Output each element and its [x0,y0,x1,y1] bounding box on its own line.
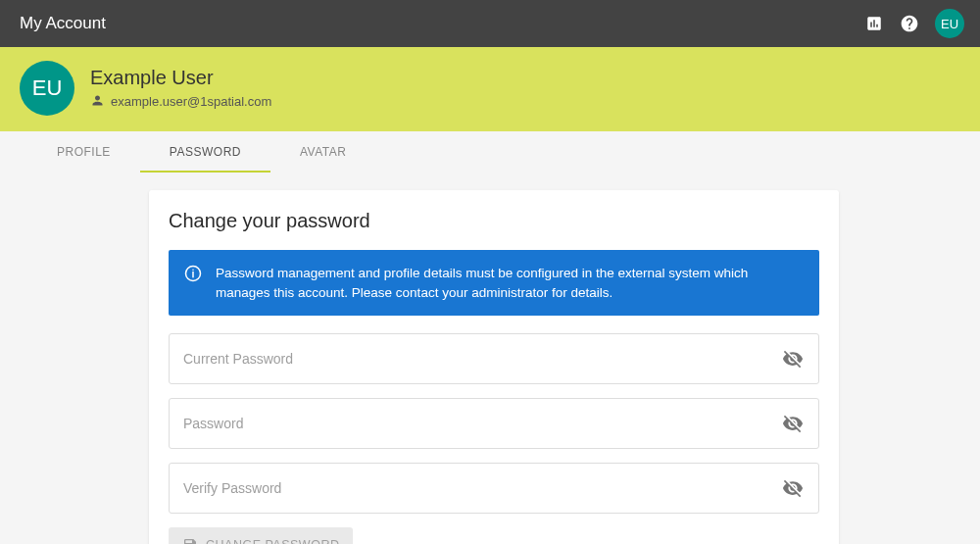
visibility-off-icon[interactable] [781,412,805,435]
user-info: Example User example.user@1spatial.com [90,67,271,111]
password-input[interactable] [183,416,781,431]
topbar-avatar[interactable]: EU [935,9,964,38]
current-password-input[interactable] [183,351,781,367]
change-password-button[interactable]: CHANGE PASSWORD [169,527,353,544]
card-title: Change your password [169,210,819,232]
svg-point-2 [192,270,194,272]
tab-profile[interactable]: PROFILE [27,131,140,173]
header-avatar: EU [20,61,74,116]
person-icon [90,93,105,111]
stats-icon[interactable] [864,14,884,33]
verify-password-row [169,463,819,514]
change-password-label: CHANGE PASSWORD [206,538,339,544]
visibility-off-icon[interactable] [781,347,805,371]
verify-password-input[interactable] [183,480,781,496]
info-banner: Password management and profile details … [169,250,819,316]
app-title: My Account [20,14,106,33]
topbar-actions: EU [864,9,964,38]
save-icon [182,537,198,544]
info-banner-text: Password management and profile details … [216,264,804,302]
current-password-row [169,333,819,384]
password-card: Change your password Password management… [149,190,839,544]
user-email: example.user@1spatial.com [111,94,271,109]
tab-password[interactable]: PASSWORD [140,131,270,173]
topbar: My Account EU [0,0,980,47]
info-icon [184,265,202,286]
tab-avatar[interactable]: AVATAR [270,131,375,173]
user-name: Example User [90,67,271,89]
password-row [169,398,819,449]
help-icon[interactable] [900,14,919,33]
user-email-row: example.user@1spatial.com [90,93,271,111]
user-header: EU Example User example.user@1spatial.co… [0,47,980,131]
tabs: PROFILE PASSWORD AVATAR [0,131,980,173]
visibility-off-icon[interactable] [781,476,805,500]
